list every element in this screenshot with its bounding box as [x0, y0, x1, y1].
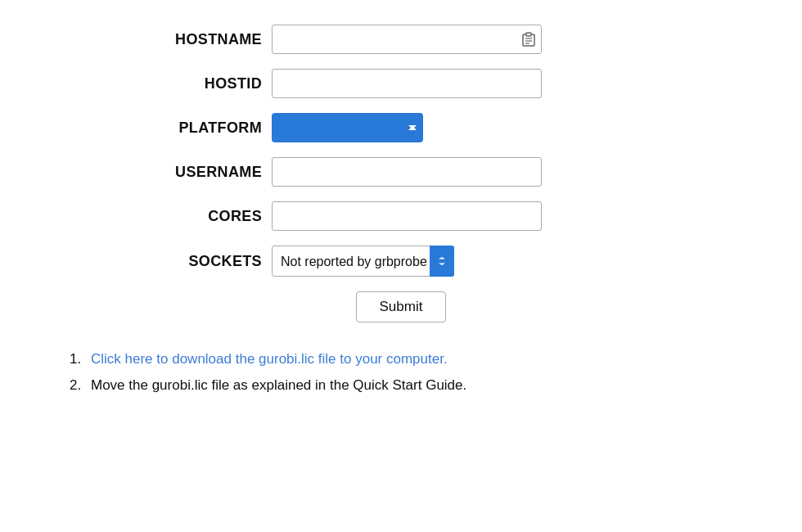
sockets-label: SOCKETS	[115, 253, 262, 270]
cores-label: CORES	[115, 208, 262, 225]
hostname-label: HOSTNAME	[115, 31, 262, 48]
cores-wrapper	[272, 201, 542, 231]
cores-input[interactable]	[272, 201, 542, 231]
instructions-list: Click here to download the gurobi.lic fi…	[70, 351, 757, 394]
svg-rect-1	[526, 33, 531, 36]
sockets-row: SOCKETS Not reported by grbprobe	[115, 246, 687, 277]
cores-row: CORES	[115, 201, 687, 231]
instructions-section: Click here to download the gurobi.lic fi…	[45, 351, 757, 394]
hostname-wrapper	[272, 25, 542, 54]
main-form: HOSTNAME HOSTID PLATFORM USERNAM	[115, 25, 687, 322]
submit-row: Submit	[115, 291, 687, 322]
instruction-step-2: Move the gurobi.lic file as explained in…	[70, 377, 757, 394]
username-row: USERNAME	[115, 157, 687, 187]
step2-text: Move the gurobi.lic file as explained in…	[91, 377, 466, 394]
hostname-input[interactable]	[272, 25, 542, 54]
instruction-step-1: Click here to download the gurobi.lic fi…	[70, 351, 757, 367]
hostid-row: HOSTID	[115, 69, 687, 98]
sockets-select[interactable]: Not reported by grbprobe	[272, 246, 454, 277]
clipboard-icon[interactable]	[520, 31, 537, 47]
platform-select[interactable]	[272, 113, 423, 142]
username-input[interactable]	[272, 157, 542, 187]
sockets-select-wrapper: Not reported by grbprobe	[272, 246, 454, 277]
platform-row: PLATFORM	[115, 113, 687, 142]
hostid-input[interactable]	[272, 69, 542, 98]
platform-label: PLATFORM	[115, 119, 262, 137]
hostid-label: HOSTID	[115, 75, 262, 92]
submit-button[interactable]: Submit	[356, 291, 447, 322]
username-label: USERNAME	[115, 164, 262, 181]
download-link[interactable]: Click here to download the gurobi.lic fi…	[91, 351, 448, 367]
hostname-row: HOSTNAME	[115, 25, 687, 54]
